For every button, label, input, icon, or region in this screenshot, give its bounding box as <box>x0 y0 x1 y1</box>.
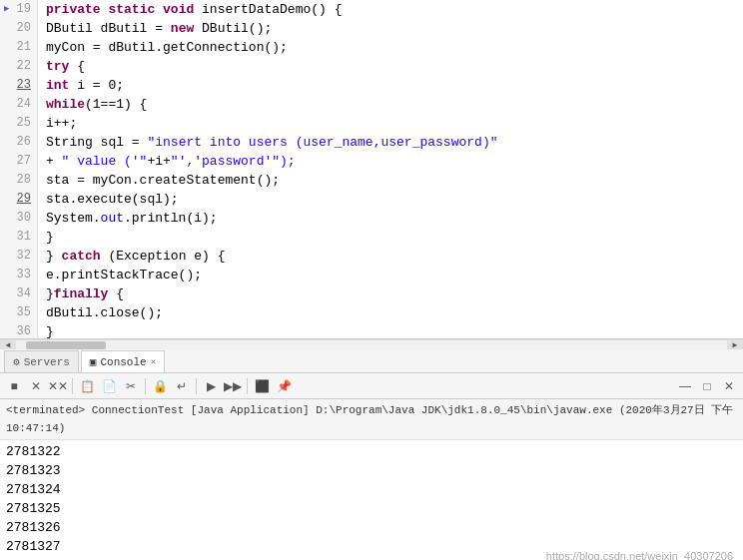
code-line-35: dButil.close(); <box>46 303 735 322</box>
line-number-28: 28 <box>6 171 31 190</box>
cut-btn[interactable]: ✂ <box>121 376 141 396</box>
scroll-lock-btn[interactable]: 🔒 <box>150 376 170 396</box>
code-line-31: } <box>46 228 735 247</box>
code-area: 192021222324252627282930313233343536 pri… <box>0 0 743 338</box>
line-numbers: 192021222324252627282930313233343536 <box>0 0 38 338</box>
line-number-35: 35 <box>6 303 31 322</box>
code-line-26: String sql = "insert into users (user_na… <box>46 133 735 152</box>
console-line: 2781326 <box>6 518 737 537</box>
code-line-24: while(1==1) { <box>46 95 735 114</box>
line-number-21: 21 <box>6 38 31 57</box>
servers-tab-label: Servers <box>24 356 70 368</box>
code-line-21: myCon = dButil.getConnection(); <box>46 38 735 57</box>
sep1 <box>72 378 73 394</box>
panel-toolbar: ■ ✕ ✕✕ 📋 📄 ✂ 🔒 ↵ ▶ ▶▶ ⬛ 📌 — □ ✕ <box>0 373 743 399</box>
code-line-30: System.out.println(i); <box>46 209 735 228</box>
scroll-right-arrow[interactable]: ▶ <box>727 340 743 350</box>
line-number-19: 19 <box>6 0 31 19</box>
line-number-32: 32 <box>6 247 31 266</box>
code-line-36: } <box>46 322 735 338</box>
run-btn[interactable]: ▶ <box>201 376 221 396</box>
terminate-btn[interactable]: ■ <box>4 376 24 396</box>
run2-btn[interactable]: ▶▶ <box>223 376 243 396</box>
minimize-btn[interactable]: — <box>675 376 695 396</box>
code-editor: 192021222324252627282930313233343536 pri… <box>0 0 743 339</box>
code-line-32: } catch (Exception e) { <box>46 247 735 266</box>
console-tab-close[interactable]: ✕ <box>151 356 156 367</box>
line-number-33: 33 <box>6 266 31 284</box>
line-number-22: 22 <box>6 57 31 76</box>
sep3 <box>196 378 197 394</box>
line-number-34: 34 <box>6 284 31 303</box>
line-number-36: 36 <box>6 322 31 338</box>
code-line-29: sta.execute(sql); <box>46 190 735 209</box>
code-line-25: i++; <box>46 114 735 133</box>
line-number-25: 25 <box>6 114 31 133</box>
scroll-left-arrow[interactable]: ◀ <box>0 340 16 350</box>
disconnect-btn[interactable]: ✕ <box>26 376 46 396</box>
word-wrap-btn[interactable]: ↵ <box>172 376 192 396</box>
line-number-29: 29 <box>6 190 31 209</box>
console-area: <terminated> ConnectionTest [Java Applic… <box>0 399 743 560</box>
line-number-26: 26 <box>6 133 31 152</box>
tab-console[interactable]: ▣ Console ✕ <box>81 350 165 372</box>
line-number-27: 27 <box>6 152 31 171</box>
sep4 <box>247 378 248 394</box>
console-line: 2781324 <box>6 480 737 499</box>
console-line: 2781325 <box>6 499 737 518</box>
console-output: 2781322278132327813242781325278132627813… <box>0 440 743 560</box>
console-tab-label: Console <box>100 356 146 368</box>
code-line-34: }finally { <box>46 284 735 303</box>
console-line: 2781322 <box>6 442 737 461</box>
line-number-31: 31 <box>6 228 31 247</box>
console-icon: ▣ <box>90 355 97 368</box>
tab-servers[interactable]: ⚙ Servers <box>4 350 79 372</box>
close-panel-btn[interactable]: ✕ <box>719 376 739 396</box>
watermark: https://blog.csdn.net/weixin_40307206 <box>546 550 733 560</box>
bottom-panel: ⚙ Servers ▣ Console ✕ ■ ✕ ✕✕ 📋 📄 ✂ 🔒 ↵ ▶… <box>0 349 743 560</box>
code-line-19: private static void insertDataDemo() { <box>46 0 735 19</box>
line-number-30: 30 <box>6 209 31 228</box>
code-line-22: try { <box>46 57 735 76</box>
editor-scrollbar: ◀ ▶ <box>0 339 743 349</box>
line-number-24: 24 <box>6 95 31 114</box>
open-console-btn[interactable]: ⬛ <box>252 376 272 396</box>
sep2 <box>145 378 146 394</box>
panel-tabs: ⚙ Servers ▣ Console ✕ <box>0 349 743 373</box>
servers-icon: ⚙ <box>13 355 20 368</box>
scrollbar-thumb[interactable] <box>26 341 106 349</box>
line-number-20: 20 <box>6 19 31 38</box>
code-line-23: int i = 0; <box>46 76 735 95</box>
code-line-33: e.printStackTrace(); <box>46 266 735 284</box>
code-line-28: sta = myCon.createStatement(); <box>46 171 735 190</box>
scrollbar-track[interactable] <box>16 341 727 349</box>
console-terminated-text: <terminated> ConnectionTest [Java Applic… <box>0 399 743 440</box>
console-line: 2781323 <box>6 461 737 480</box>
code-line-20: DButil dButil = new DButil(); <box>46 19 735 38</box>
pin-btn[interactable]: 📌 <box>274 376 294 396</box>
maximize-btn[interactable]: □ <box>697 376 717 396</box>
remove-btn[interactable]: ✕✕ <box>48 376 68 396</box>
copy-btn[interactable]: 📋 <box>77 376 97 396</box>
code-line-27: + " value ('"+i+"','password'"); <box>46 152 735 171</box>
line-number-23: 23 <box>6 76 31 95</box>
paste-btn[interactable]: 📄 <box>99 376 119 396</box>
code-content[interactable]: private static void insertDataDemo() { D… <box>38 0 743 338</box>
